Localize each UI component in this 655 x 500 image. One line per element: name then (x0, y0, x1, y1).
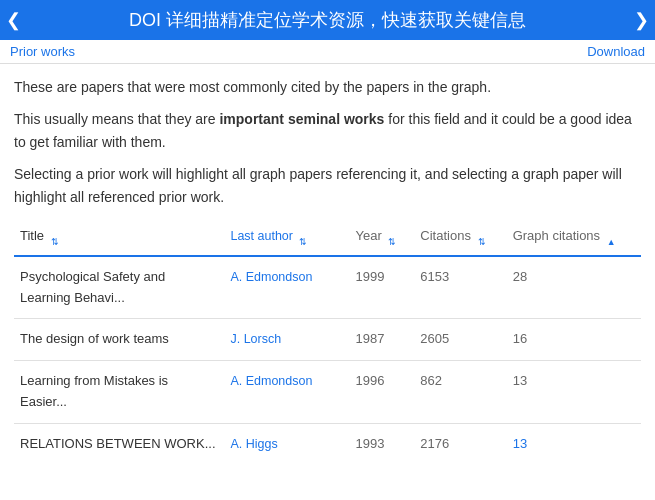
cell-title-0: Psychological Safety and Learning Behavi… (14, 256, 224, 319)
nav-prior-works[interactable]: Prior works (10, 44, 75, 59)
cell-title-1: The design of work teams (14, 319, 224, 361)
content-area: These are papers that were most commonly… (0, 64, 655, 477)
table-row[interactable]: Learning from Mistakes is Easier... A. E… (14, 361, 641, 424)
cell-author-2: A. Edmondson (224, 361, 349, 424)
cell-citations-3: 2176 (414, 423, 506, 464)
table-row[interactable]: The design of work teams J. Lorsch 1987 … (14, 319, 641, 361)
cell-title-3: RELATIONS BETWEEN WORK... (14, 423, 224, 464)
table-container: Title Last author Year Citations (14, 218, 641, 465)
description-para2: This usually means that they are importa… (14, 108, 641, 153)
cell-citations-1: 2605 (414, 319, 506, 361)
banner-arrow-right[interactable]: ❯ (634, 9, 649, 31)
cell-graph-citations-0: 28 (507, 256, 641, 319)
nav-download[interactable]: Download (587, 44, 645, 59)
cell-graph-citations-3: 13 (507, 423, 641, 464)
description-para1: These are papers that were most commonly… (14, 76, 641, 98)
cell-citations-2: 862 (414, 361, 506, 424)
col-header-author[interactable]: Last author (224, 218, 349, 256)
description-para3: Selecting a prior work will highlight al… (14, 163, 641, 208)
cell-year-2: 1996 (350, 361, 415, 424)
col-header-citations[interactable]: Citations (414, 218, 506, 256)
nav-bar: Prior works Download (0, 40, 655, 64)
cell-title-2: Learning from Mistakes is Easier... (14, 361, 224, 424)
top-banner: ❮ DOI 详细描精准定位学术资源，快速获取关键信息 ❯ (0, 0, 655, 40)
table-row[interactable]: Psychological Safety and Learning Behavi… (14, 256, 641, 319)
col-header-title[interactable]: Title (14, 218, 224, 256)
cell-author-0: A. Edmondson (224, 256, 349, 319)
sort-icon-graph-citations (607, 231, 619, 243)
cell-graph-citations-2: 13 (507, 361, 641, 424)
cell-graph-citations-1: 16 (507, 319, 641, 361)
cell-author-1: J. Lorsch (224, 319, 349, 361)
sort-icon-title (51, 231, 63, 243)
description-para2-prefix: This usually means that they are (14, 111, 219, 127)
cell-year-1: 1987 (350, 319, 415, 361)
sort-icon-author (299, 231, 311, 243)
sort-icon-citations (478, 231, 490, 243)
col-header-graph-citations[interactable]: Graph citations (507, 218, 641, 256)
prior-works-table: Title Last author Year Citations (14, 218, 641, 465)
banner-text: DOI 详细描精准定位学术资源，快速获取关键信息 (129, 8, 526, 32)
banner-arrow-left[interactable]: ❮ (6, 9, 21, 31)
cell-year-0: 1999 (350, 256, 415, 319)
cell-year-3: 1993 (350, 423, 415, 464)
cell-author-3: A. Higgs (224, 423, 349, 464)
cell-citations-0: 6153 (414, 256, 506, 319)
col-header-year[interactable]: Year (350, 218, 415, 256)
description-para2-bold: important seminal works (219, 111, 384, 127)
table-row[interactable]: RELATIONS BETWEEN WORK... A. Higgs 1993 … (14, 423, 641, 464)
sort-icon-year (388, 231, 400, 243)
table-header-row: Title Last author Year Citations (14, 218, 641, 256)
